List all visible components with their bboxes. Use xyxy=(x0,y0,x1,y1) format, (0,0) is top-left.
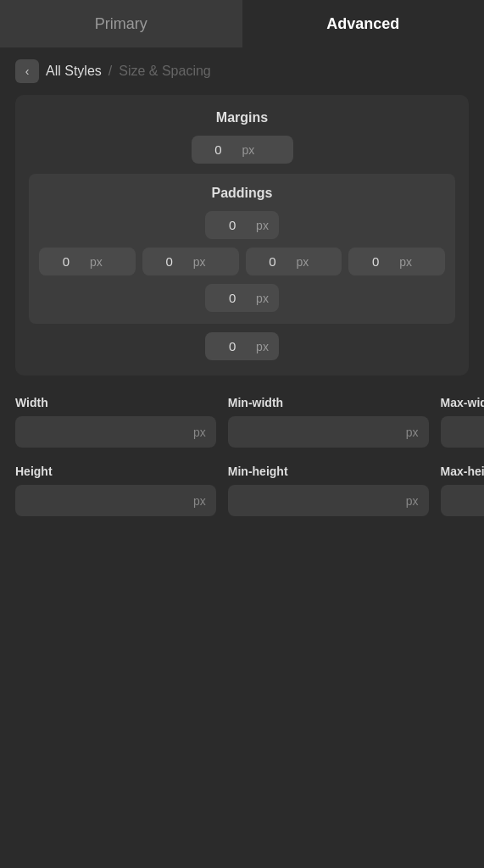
padding-inner-right-input[interactable] xyxy=(256,254,290,269)
min-width-input[interactable] xyxy=(238,425,399,439)
breadcrumb: ‹ All Styles / Size & Spacing xyxy=(0,47,484,95)
outer-bottom-input[interactable] xyxy=(215,339,249,353)
height-row: Height px Min-height px Max-height px xyxy=(15,465,469,516)
width-unit: px xyxy=(193,426,206,439)
padding-right-group: px xyxy=(348,248,445,275)
back-button[interactable]: ‹ xyxy=(15,59,39,83)
main-content: Margins px Paddings px px xyxy=(0,95,484,554)
height-label: Height xyxy=(15,465,216,478)
paddings-title: Paddings xyxy=(39,186,445,201)
padding-bottom-group: px xyxy=(205,284,279,312)
padding-top-input[interactable] xyxy=(215,218,249,232)
height-unit: px xyxy=(193,494,206,508)
max-width-input[interactable] xyxy=(451,425,484,439)
min-height-label: Min-height xyxy=(228,465,429,478)
padding-bottom-input[interactable] xyxy=(215,291,249,305)
max-height-input[interactable] xyxy=(451,493,484,508)
paddings-top-row: px xyxy=(39,211,445,239)
width-row: Width px Min-width px Max-width px xyxy=(15,396,469,448)
dimension-section: Width px Min-width px Max-width px xyxy=(15,396,469,516)
padding-inner-right-unit: px xyxy=(297,255,309,269)
padding-inner-left-unit: px xyxy=(193,255,206,269)
padding-left-unit: px xyxy=(90,255,103,269)
padding-left-group: px xyxy=(39,248,136,275)
min-width-label: Min-width xyxy=(228,396,429,409)
padding-top-group: px xyxy=(205,211,279,239)
max-width-input-group: px xyxy=(441,416,484,448)
margins-row: px xyxy=(29,136,455,164)
max-height-item: Max-height px xyxy=(441,465,484,516)
width-label: Width xyxy=(15,396,216,409)
outer-bottom-unit: px xyxy=(256,340,269,353)
max-width-item: Max-width px xyxy=(441,396,484,448)
margins-paddings-section: Margins px Paddings px px xyxy=(15,95,469,376)
max-height-input-group: px xyxy=(441,485,484,516)
tab-advanced[interactable]: Advanced xyxy=(242,0,485,47)
height-input[interactable] xyxy=(25,493,186,508)
breadcrumb-inactive-label: Size & Spacing xyxy=(119,64,211,79)
min-width-unit: px xyxy=(406,426,419,439)
paddings-middle-row: px px px px xyxy=(39,248,445,275)
padding-inner-left-group: px xyxy=(142,248,239,275)
outer-bottom-group: px xyxy=(205,332,279,360)
margins-input-group: px xyxy=(192,136,293,164)
margins-title: Margins xyxy=(29,110,455,125)
padding-right-unit: px xyxy=(399,255,412,269)
max-width-label: Max-width xyxy=(441,396,484,409)
tab-primary[interactable]: Primary xyxy=(0,0,242,47)
breadcrumb-active-label: All Styles xyxy=(46,64,102,79)
width-item: Width px xyxy=(15,396,216,448)
padding-left-input[interactable] xyxy=(49,254,83,269)
padding-inner-right-group: px xyxy=(246,248,342,275)
height-input-group: px xyxy=(15,485,216,516)
margins-value-input[interactable] xyxy=(202,142,236,157)
margins-unit: px xyxy=(242,143,255,157)
tabs-container: Primary Advanced xyxy=(0,0,484,47)
paddings-card: Paddings px px px xyxy=(29,174,455,324)
padding-bottom-unit: px xyxy=(256,292,269,305)
padding-right-input[interactable] xyxy=(359,254,392,269)
padding-top-unit: px xyxy=(256,219,269,232)
breadcrumb-separator: / xyxy=(108,64,112,79)
width-input-group: px xyxy=(15,416,216,448)
paddings-bottom-row: px xyxy=(39,284,445,312)
min-height-input[interactable] xyxy=(238,493,399,508)
min-width-input-group: px xyxy=(228,416,429,448)
height-item: Height px xyxy=(15,465,216,516)
width-input[interactable] xyxy=(25,425,186,439)
min-height-unit: px xyxy=(406,494,419,508)
min-height-input-group: px xyxy=(228,485,429,516)
padding-inner-left-input[interactable] xyxy=(153,254,186,269)
min-height-item: Min-height px xyxy=(228,465,429,516)
max-height-label: Max-height xyxy=(441,465,484,478)
min-width-item: Min-width px xyxy=(228,396,429,448)
outer-bottom-row: px xyxy=(29,332,455,360)
